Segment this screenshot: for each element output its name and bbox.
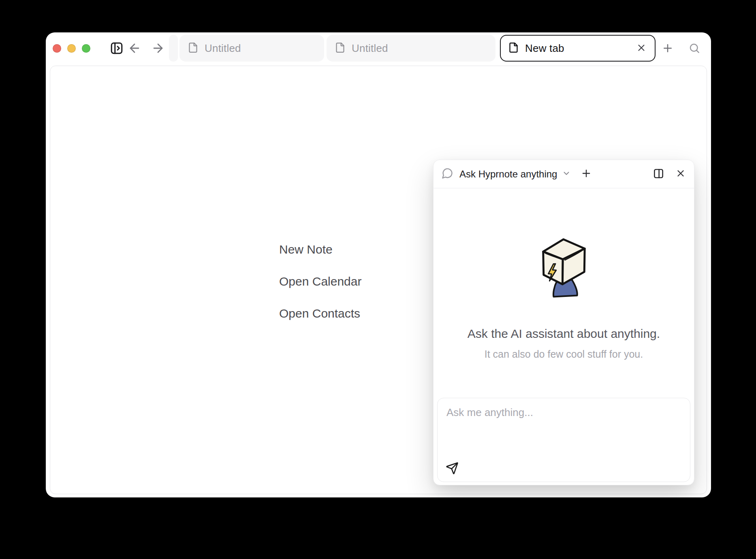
- window-controls: [53, 44, 90, 53]
- zoom-window-button[interactable]: [82, 44, 90, 53]
- split-view-button[interactable]: [653, 168, 664, 180]
- close-tab-button[interactable]: [635, 42, 647, 54]
- assistant-headline: Ask the AI assistant about anything.: [434, 327, 694, 341]
- forward-button[interactable]: [150, 40, 166, 56]
- assistant-header: Ask Hyprnote anything: [434, 160, 694, 188]
- chevron-down-icon: [562, 169, 571, 179]
- plus-icon: [581, 168, 592, 180]
- panel-left-open-icon: [110, 41, 124, 55]
- assistant-subline: It can also do few cool stuff for you.: [434, 348, 694, 360]
- minimize-window-button[interactable]: [67, 44, 76, 53]
- open-contacts-link[interactable]: Open Contacts: [279, 306, 360, 321]
- close-window-button[interactable]: [53, 44, 61, 53]
- content-area: New Note Open Calendar Open Contacts Ask…: [50, 66, 707, 494]
- tab-new-tab[interactable]: New tab: [500, 35, 656, 62]
- assistant-title: Ask Hyprnote anything: [459, 169, 557, 180]
- search-button[interactable]: [686, 40, 703, 56]
- close-icon: [675, 168, 686, 180]
- assistant-input[interactable]: [438, 398, 690, 460]
- arrow-right-icon: [151, 41, 165, 55]
- tab-label: Untitled: [205, 42, 241, 55]
- app-window: Untitled Untitled New tab: [46, 32, 711, 497]
- split-view-icon: [653, 168, 664, 180]
- plus-icon: [662, 42, 674, 54]
- tab-strip-remnant: [169, 35, 178, 62]
- sidebar-toggle-button[interactable]: [109, 40, 125, 56]
- ai-assistant-panel: Ask Hyprnote anything: [433, 160, 694, 485]
- assistant-input-box: [437, 398, 690, 482]
- tab-untitled-1[interactable]: Untitled: [179, 35, 324, 62]
- back-button[interactable]: [126, 40, 143, 56]
- new-note-link[interactable]: New Note: [279, 242, 333, 257]
- assistant-menu-button[interactable]: [562, 169, 571, 179]
- file-icon: [508, 42, 519, 55]
- arrow-left-icon: [128, 41, 141, 55]
- file-icon: [188, 42, 199, 55]
- tab-untitled-2[interactable]: Untitled: [327, 35, 495, 62]
- tab-label: Untitled: [352, 42, 388, 55]
- new-chat-button[interactable]: [581, 168, 592, 180]
- close-icon: [636, 43, 647, 54]
- new-tab-button[interactable]: [660, 40, 676, 56]
- send-icon: [446, 462, 459, 476]
- assistant-mascot: [533, 233, 595, 299]
- search-icon: [688, 42, 700, 54]
- close-assistant-button[interactable]: [675, 168, 686, 180]
- send-button[interactable]: [445, 461, 459, 476]
- message-bubble-icon: [442, 167, 453, 181]
- file-icon: [335, 42, 346, 55]
- open-calendar-link[interactable]: Open Calendar: [279, 274, 361, 289]
- tab-bar: Untitled Untitled New tab: [46, 35, 711, 62]
- tab-label: New tab: [525, 42, 564, 55]
- assistant-empty-state: Ask the AI assistant about anything. It …: [434, 233, 694, 360]
